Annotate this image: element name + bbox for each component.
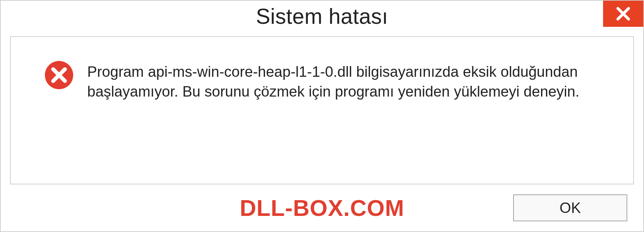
dialog-title: Sistem hatası: [256, 4, 388, 29]
close-icon: [615, 6, 631, 22]
ok-button[interactable]: OK: [513, 194, 627, 221]
error-icon: [44, 60, 74, 90]
titlebar: Sistem hatası: [1, 1, 643, 36]
message-panel: Program api-ms-win-core-heap-l1-1-0.dll …: [10, 36, 634, 184]
error-message: Program api-ms-win-core-heap-l1-1-0.dll …: [87, 60, 613, 102]
watermark-text: DLL-BOX.COM: [240, 195, 405, 221]
close-button[interactable]: [603, 1, 643, 27]
button-bar: DLL-BOX.COM OK: [1, 184, 643, 231]
